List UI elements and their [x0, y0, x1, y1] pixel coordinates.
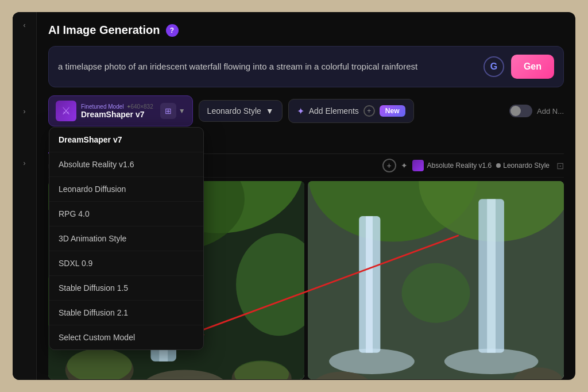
- add-negative-toggle[interactable]: [509, 105, 532, 117]
- style-dot-icon: [496, 163, 501, 168]
- prompt-text[interactable]: a timelapse photo of an iridescent water…: [58, 60, 477, 74]
- toggle-label: Add N...: [537, 107, 564, 116]
- model-name: DreamShaper v7: [81, 110, 153, 119]
- dropdown-item-dreamshaper[interactable]: DreamShaper v7: [49, 128, 203, 152]
- svg-point-27: [402, 263, 470, 323]
- dropdown-item-leonardo-diffusion[interactable]: Leonardo Diffusion: [49, 177, 203, 202]
- style-label: Leonardo Style: [207, 106, 261, 116]
- generation-model-name: Absolute Reality v1.6: [427, 162, 492, 170]
- elements-button[interactable]: ✦ Add Elements + New: [288, 99, 414, 123]
- model-dims: ✦640×832: [126, 103, 153, 110]
- add-generation-button[interactable]: +: [382, 159, 396, 172]
- model-settings-icon[interactable]: ⊞: [160, 103, 176, 119]
- svg-point-22: [329, 348, 415, 374]
- model-icon-inner: ⚔: [56, 101, 76, 121]
- elements-label: Add Elements: [309, 106, 359, 116]
- sidebar-expand-mid2[interactable]: ›: [21, 157, 28, 170]
- dropdown-item-sd15[interactable]: Stable Diffusion 1.5: [49, 276, 203, 301]
- new-badge: New: [380, 105, 405, 117]
- sidebar-expand-mid[interactable]: ›: [21, 105, 28, 118]
- style-dropdown-arrow-icon: ▼: [266, 106, 274, 116]
- sidebar: ‹ › ›: [13, 12, 37, 380]
- model-actions: ⊞ ▼: [160, 103, 185, 119]
- dropdown-item-custom-model[interactable]: Select Custom Model: [49, 325, 203, 349]
- help-button[interactable]: ?: [166, 24, 179, 37]
- style-selector[interactable]: Leonardo Style ▼: [199, 100, 283, 122]
- dropdown-item-sdxl[interactable]: SDXL 0.9: [49, 251, 203, 276]
- model-icon: ⚔: [56, 101, 76, 121]
- svg-rect-19: [366, 216, 373, 353]
- model-finetuned-label: Finetuned Model ✦640×832: [81, 103, 153, 110]
- waterfall-image-right: [308, 181, 564, 379]
- sidebar-collapse-btn[interactable]: ‹: [21, 19, 28, 32]
- grammar-check-icon[interactable]: G: [483, 56, 504, 77]
- main-content: AI Image Generation ? a timelapse photo …: [37, 12, 575, 380]
- model-icon-symbol: ⚔: [61, 105, 71, 117]
- dropdown-item-rpg[interactable]: RPG 4.0: [49, 202, 203, 226]
- waterfall-svg-right: [308, 181, 564, 379]
- prompt-area: a timelapse photo of an iridescent water…: [48, 46, 564, 87]
- model-dropdown-arrow-icon: ▼: [179, 107, 185, 115]
- cursor-icon: ✦: [401, 161, 408, 170]
- dropdown-item-3d-animation[interactable]: 3D Animation Style: [49, 226, 203, 251]
- elements-icon: ✦: [297, 106, 304, 117]
- header: AI Image Generation ?: [48, 24, 564, 37]
- dropdown-item-sd21[interactable]: Stable Diffusion 2.1: [49, 301, 203, 325]
- more-options-icon[interactable]: ⊡: [556, 160, 564, 171]
- toggle-knob: [510, 106, 521, 116]
- generation-style-name: Leonardo Style: [503, 162, 550, 170]
- add-element-icon[interactable]: +: [363, 105, 375, 117]
- generation-model-tag: Absolute Reality v1.6: [412, 160, 492, 171]
- toolbar: ⚔ Finetuned Model ✦640×832 DreamShaper v…: [48, 95, 564, 126]
- app-container: ‹ › › AI Image Generation ? a timelapse …: [13, 12, 575, 380]
- model-info: Finetuned Model ✦640×832 DreamShaper v7: [81, 103, 153, 119]
- toggle-area: Add N...: [509, 105, 564, 117]
- generation-style-tag: Leonardo Style: [496, 162, 550, 170]
- model-thumbnail: [412, 160, 424, 171]
- svg-rect-21: [487, 199, 496, 353]
- page-title: AI Image Generation: [48, 24, 160, 37]
- generated-image-right[interactable]: [308, 181, 564, 379]
- model-dropdown-menu: DreamShaper v7 Absolute Reality v1.6 Leo…: [49, 127, 204, 350]
- model-selector-dropdown[interactable]: ⚔ Finetuned Model ✦640×832 DreamShaper v…: [48, 95, 193, 126]
- dropdown-item-absolute-reality[interactable]: Absolute Reality v1.6: [49, 152, 203, 177]
- generate-button[interactable]: Gen: [511, 55, 554, 79]
